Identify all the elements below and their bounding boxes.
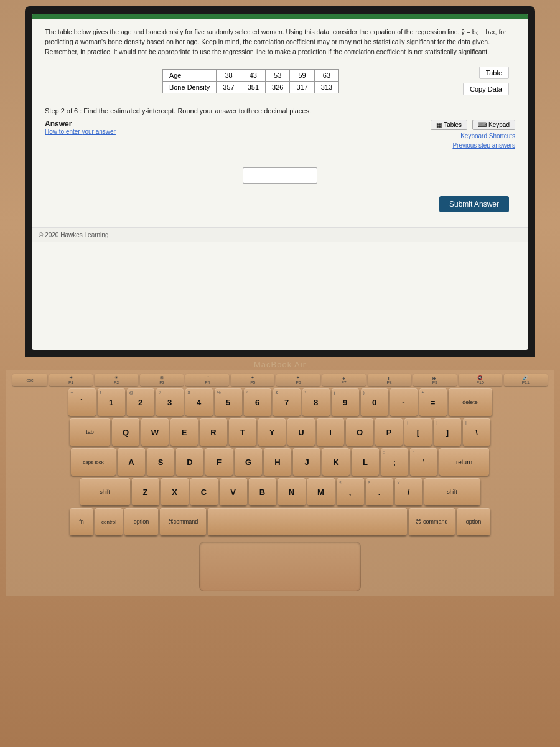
f11-key[interactable]: 🔊F11: [504, 374, 548, 386]
tables-icon: ▦: [436, 121, 442, 128]
table-age-38: 38: [217, 70, 241, 82]
s-key[interactable]: S: [147, 448, 174, 476]
f7-key[interactable]: ⏮F7: [322, 374, 366, 386]
k-key[interactable]: K: [322, 448, 350, 476]
copy-data-button[interactable]: Copy Data: [463, 83, 509, 95]
left-command-key[interactable]: ⌘ command: [160, 508, 206, 535]
0-key[interactable]: )0: [361, 388, 388, 416]
tab-key[interactable]: tab: [70, 418, 110, 446]
n-key[interactable]: N: [278, 478, 306, 505]
j-key[interactable]: J: [293, 448, 320, 476]
table-bd-326: 326: [266, 82, 290, 93]
trackpad[interactable]: [199, 542, 361, 591]
7-key[interactable]: &7: [273, 388, 301, 416]
green-bar: [32, 14, 528, 19]
g-key[interactable]: G: [235, 448, 262, 476]
x-key[interactable]: X: [161, 478, 189, 505]
backslash-key[interactable]: |\: [463, 418, 490, 446]
3-key[interactable]: #3: [156, 388, 184, 416]
fn-key[interactable]: fn: [70, 508, 93, 535]
tables-keypad-row: ▦ Tables ⌨ Keypad: [431, 120, 515, 130]
1-key[interactable]: !1: [98, 388, 125, 416]
keyboard-shortcuts-link[interactable]: Keyboard Shortcuts: [460, 133, 515, 139]
caps-lock-key[interactable]: caps lock: [71, 448, 116, 476]
a-key[interactable]: A: [118, 448, 145, 476]
right-shift-key[interactable]: shift: [424, 478, 480, 505]
f3-key[interactable]: ⊞F3: [140, 374, 184, 386]
f1-key[interactable]: ☀F1: [49, 374, 93, 386]
z-key[interactable]: Z: [132, 478, 159, 505]
left-option-key[interactable]: option: [124, 508, 158, 535]
tables-btn[interactable]: ▦ Tables: [431, 120, 467, 130]
control-key[interactable]: control: [95, 508, 123, 535]
t-key[interactable]: T: [229, 418, 256, 446]
f-key[interactable]: F: [205, 448, 233, 476]
f2-key[interactable]: ☀F2: [95, 374, 138, 386]
f4-key[interactable]: ⠿F4: [185, 374, 229, 386]
f5-key[interactable]: ✦F5: [231, 374, 274, 386]
minus-key[interactable]: _-: [390, 388, 418, 416]
submit-button[interactable]: Submit Answer: [439, 196, 509, 212]
space-key[interactable]: [208, 508, 407, 535]
right-option-key[interactable]: option: [457, 508, 490, 535]
e-key[interactable]: E: [170, 418, 198, 446]
o-key[interactable]: O: [346, 418, 373, 446]
period-key[interactable]: >.: [366, 478, 393, 505]
r-key[interactable]: R: [200, 418, 227, 446]
4-key[interactable]: $4: [185, 388, 213, 416]
l-key[interactable]: L: [352, 448, 379, 476]
u-key[interactable]: U: [287, 418, 315, 446]
delete-key[interactable]: delete: [449, 388, 492, 416]
keypad-icon: ⌨: [478, 121, 487, 128]
keypad-btn[interactable]: ⌨ Keypad: [472, 120, 515, 130]
table-bd-313: 313: [314, 82, 338, 93]
screen-content: The table below gives the age and bone d…: [32, 14, 528, 350]
m-key[interactable]: M: [307, 478, 335, 505]
v-key[interactable]: V: [220, 478, 247, 505]
q-key[interactable]: Q: [112, 418, 139, 446]
b-key[interactable]: B: [249, 478, 276, 505]
keyboard-section: esc ☀F1 ☀F2 ⊞F3 ⠿F4 ✦F5 ✦F6 ⏮F7 ⏸F8 ⏭F9 …: [6, 370, 554, 596]
9-key[interactable]: (9: [332, 388, 359, 416]
data-table-wrapper: Age 38 43 53 59 63 Bone Density 357: [45, 69, 457, 93]
left-shift-key[interactable]: shift: [80, 478, 130, 505]
table-buttons-area: Table Copy Data: [457, 63, 515, 99]
table-button[interactable]: Table: [479, 67, 509, 79]
y-key[interactable]: Y: [258, 418, 286, 446]
p-key[interactable]: P: [375, 418, 403, 446]
f6-key[interactable]: ✦F6: [276, 374, 320, 386]
table-age-43: 43: [241, 70, 265, 82]
table-bd-317: 317: [290, 82, 314, 93]
how-to-enter-link[interactable]: How to enter your answer: [45, 128, 116, 135]
f9-key[interactable]: ⏭F9: [413, 374, 457, 386]
open-bracket-key[interactable]: {[: [404, 418, 432, 446]
8-key[interactable]: *8: [302, 388, 330, 416]
quote-key[interactable]: "': [410, 448, 437, 476]
c-key[interactable]: C: [190, 478, 218, 505]
qwerty-row: tab Q W E R T Y U I O P {[ }] |\: [12, 418, 548, 446]
d-key[interactable]: D: [176, 448, 203, 476]
answer-input[interactable]: [243, 167, 317, 184]
6-key[interactable]: ^6: [244, 388, 271, 416]
h-key[interactable]: H: [264, 448, 291, 476]
f8-key[interactable]: ⏸F8: [368, 374, 411, 386]
slash-key[interactable]: ?/: [395, 478, 422, 505]
f10-key[interactable]: 🔇F10: [459, 374, 502, 386]
equals-key[interactable]: +=: [419, 388, 447, 416]
backtick-key[interactable]: ~`: [68, 388, 96, 416]
return-key[interactable]: return: [439, 448, 489, 476]
semicolon-key[interactable]: :;: [381, 448, 408, 476]
right-command-key[interactable]: ⌘ command: [409, 508, 455, 535]
comma-key[interactable]: <,: [337, 478, 364, 505]
right-buttons: ▦ Tables ⌨ Keypad Keyboard Shortcuts Pre…: [431, 120, 515, 149]
copyright: © 2020 Hawkes Learning: [32, 227, 528, 242]
w-key[interactable]: W: [141, 418, 169, 446]
close-bracket-key[interactable]: }]: [434, 418, 461, 446]
bottom-row: fn control option ⌘ command ⌘ command op…: [12, 508, 548, 535]
previous-step-link[interactable]: Previous step answers: [452, 142, 515, 149]
i-key[interactable]: I: [317, 418, 344, 446]
esc-key[interactable]: esc: [12, 374, 47, 386]
5-key[interactable]: %5: [215, 388, 242, 416]
step-instruction: Step 2 of 6 : Find the estimated y-inter…: [45, 107, 515, 115]
2-key[interactable]: @2: [127, 388, 154, 416]
